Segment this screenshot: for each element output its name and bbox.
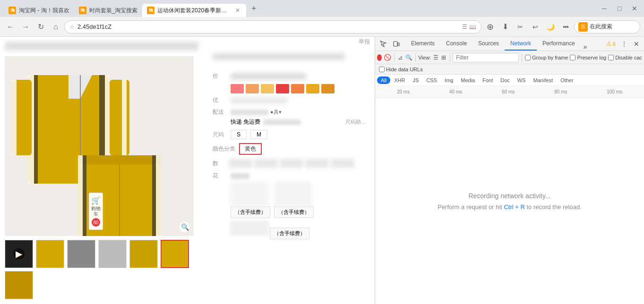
thumbnail-6[interactable] bbox=[161, 240, 189, 268]
address-bar[interactable]: ☆ 2.45de1f1cZ ☰ 📖 bbox=[64, 20, 481, 34]
flower-opt-2-button[interactable]: （含手续费） bbox=[274, 206, 314, 218]
home-button[interactable]: ⌂ bbox=[49, 20, 62, 34]
minimize-button[interactable]: ─ bbox=[599, 3, 610, 14]
preserve-log-checkbox[interactable]: Preserve log bbox=[570, 55, 606, 60]
tab-1[interactable]: 淘 淘宝网 - 淘！我喜欢 bbox=[4, 4, 74, 17]
refresh-button[interactable]: ↻ bbox=[34, 20, 47, 34]
filter-img[interactable]: Img bbox=[441, 76, 457, 84]
swatch-yellow[interactable] bbox=[261, 84, 274, 93]
size-m-button[interactable]: M bbox=[250, 130, 267, 139]
filter-other[interactable]: Other bbox=[557, 76, 577, 84]
size-s-button[interactable]: S bbox=[231, 130, 247, 139]
svg-rect-9 bbox=[12, 80, 17, 155]
devtools-top-toolbar: Elements Console Sources Network Perform… bbox=[375, 37, 644, 51]
group-by-frame-check[interactable] bbox=[525, 55, 531, 60]
new-tab-button[interactable]: + bbox=[247, 2, 260, 15]
hide-data-urls-checkbox[interactable]: Hide data URLs bbox=[379, 67, 423, 72]
bookmark-icon[interactable]: 📖 bbox=[469, 24, 476, 30]
swatch-amber[interactable] bbox=[306, 84, 319, 93]
disable-cache-checkbox[interactable]: Disable cac bbox=[608, 55, 642, 60]
filter-xhr[interactable]: XHR bbox=[390, 76, 409, 84]
zoom-icon[interactable]: 🔍 bbox=[180, 222, 190, 232]
shipping-row: 快递 免运费 尺码助... bbox=[213, 118, 365, 126]
devtools-close-button[interactable]: ✕ bbox=[631, 38, 642, 50]
more-tabs-button[interactable]: » bbox=[581, 43, 590, 51]
swatch-pink[interactable] bbox=[231, 84, 244, 93]
flower-options-area: （含手续费） （含手续费） （含手续费） bbox=[213, 183, 365, 239]
tools-button[interactable]: ✂ bbox=[514, 20, 527, 34]
filter-font[interactable]: Font bbox=[479, 76, 497, 84]
back-button[interactable]: ← bbox=[4, 20, 17, 34]
tab-performance[interactable]: Performance bbox=[537, 37, 581, 51]
preserve-log-check[interactable] bbox=[570, 55, 575, 60]
search-engine-icon: 百 bbox=[578, 22, 588, 32]
history-button[interactable]: ↩ bbox=[529, 20, 542, 34]
product-images-section: 🔍 ▶ bbox=[0, 37, 203, 304]
more-button[interactable]: ••• bbox=[559, 20, 572, 34]
thumbnail-3[interactable] bbox=[67, 240, 95, 268]
disable-cache-check[interactable] bbox=[608, 55, 614, 60]
flower-opt-1-button[interactable]: （含手续费） bbox=[231, 206, 270, 218]
tab-network[interactable]: Network bbox=[505, 37, 537, 51]
address-bar-icons: ☰ 📖 bbox=[462, 24, 476, 30]
hide-data-urls-check[interactable] bbox=[379, 67, 385, 72]
thumbnail-2[interactable] bbox=[36, 240, 64, 268]
tab-sources[interactable]: Sources bbox=[472, 37, 505, 51]
forward-button[interactable]: → bbox=[19, 20, 32, 34]
extensions-button[interactable]: ⊕ bbox=[483, 20, 497, 34]
recording-main-text: Recording network activity... bbox=[468, 192, 550, 200]
svg-rect-17 bbox=[156, 155, 161, 236]
flower-opt-3-button[interactable]: （含手续费） bbox=[270, 228, 309, 239]
cart-icon: 🛒 bbox=[91, 196, 101, 205]
search-bar[interactable]: 百 在此搜索 bbox=[574, 20, 640, 34]
timeline-ticks: 20 ms 40 ms 60 ms 80 ms 100 ms bbox=[377, 89, 642, 94]
swatch-orange[interactable] bbox=[246, 84, 259, 93]
tab-elements[interactable]: Elements bbox=[405, 37, 440, 51]
timeline-header: 20 ms 40 ms 60 ms 80 ms 100 ms bbox=[375, 86, 644, 98]
swatch-gold[interactable] bbox=[321, 84, 335, 93]
thumbnail-5[interactable] bbox=[129, 240, 158, 268]
size-helper-link[interactable]: 尺码助... bbox=[345, 118, 365, 126]
delivery-label: 配送 bbox=[213, 108, 227, 116]
filter-js[interactable]: JS bbox=[409, 76, 422, 84]
cart-count-badge: 80 bbox=[92, 218, 100, 227]
swatch-red[interactable] bbox=[276, 84, 289, 93]
filter-icon[interactable]: ⊿ bbox=[397, 53, 404, 62]
report-link[interactable]: 举报 bbox=[359, 38, 370, 46]
clear-button[interactable]: 🚫 bbox=[384, 53, 391, 62]
filter-css[interactable]: CSS bbox=[422, 76, 441, 84]
tab-3-close[interactable]: ✕ bbox=[234, 7, 241, 14]
thumbnail-4[interactable] bbox=[98, 240, 127, 268]
view-list-icon[interactable]: ☰ bbox=[433, 53, 439, 62]
devtools-options-button[interactable]: ⋮ bbox=[618, 38, 630, 50]
record-button[interactable] bbox=[377, 54, 382, 61]
thumbnail-1-video[interactable]: ▶ bbox=[5, 240, 33, 268]
filter-media[interactable]: Media bbox=[457, 76, 479, 84]
group-by-frame-checkbox[interactable]: Group by frame bbox=[525, 55, 568, 60]
tab-console[interactable]: Console bbox=[440, 37, 472, 51]
swatch-orange2[interactable] bbox=[291, 84, 304, 93]
delivery-section: 配送 ●具▾ 快递 免运费 尺码助... bbox=[213, 108, 365, 126]
inspect-element-icon[interactable] bbox=[377, 38, 389, 50]
close-button[interactable]: ✕ bbox=[629, 3, 640, 14]
device-toolbar-icon[interactable] bbox=[390, 38, 403, 50]
nav-bar: ← → ↻ ⌂ ☆ 2.45de1f1cZ ☰ 📖 ⊕ ⬇ ✂ ↩ 🌙 ••• … bbox=[0, 17, 644, 37]
separator-2 bbox=[415, 53, 416, 62]
filter-doc[interactable]: Doc bbox=[497, 76, 514, 84]
color-section: 颜色分类 黄色 bbox=[213, 143, 365, 155]
download-button[interactable]: ⬇ bbox=[498, 20, 512, 34]
search-icon[interactable]: 🔍 bbox=[405, 53, 412, 62]
maximize-button[interactable]: □ bbox=[614, 3, 625, 14]
filter-manifest[interactable]: Manifest bbox=[530, 76, 557, 84]
selected-color-button[interactable]: 黄色 bbox=[239, 143, 262, 155]
filter-all[interactable]: All bbox=[377, 76, 390, 84]
cart-float-button[interactable]: 🛒 购物车 80 bbox=[89, 193, 103, 230]
tab-2[interactable]: 淘 时尚套装_淘宝搜索 bbox=[74, 4, 143, 17]
filter-ws[interactable]: WS bbox=[514, 76, 530, 84]
read-mode-icon[interactable]: ☰ bbox=[462, 24, 467, 30]
filter-input[interactable] bbox=[453, 53, 519, 62]
dark-mode-button[interactable]: 🌙 bbox=[544, 20, 557, 34]
tab-3[interactable]: 淘 运动休闲套装2020春季新款时尚洋... ✕ bbox=[142, 4, 246, 17]
view-group-icon[interactable]: ⊞ bbox=[441, 53, 447, 62]
thumbnail-7[interactable] bbox=[5, 271, 33, 299]
